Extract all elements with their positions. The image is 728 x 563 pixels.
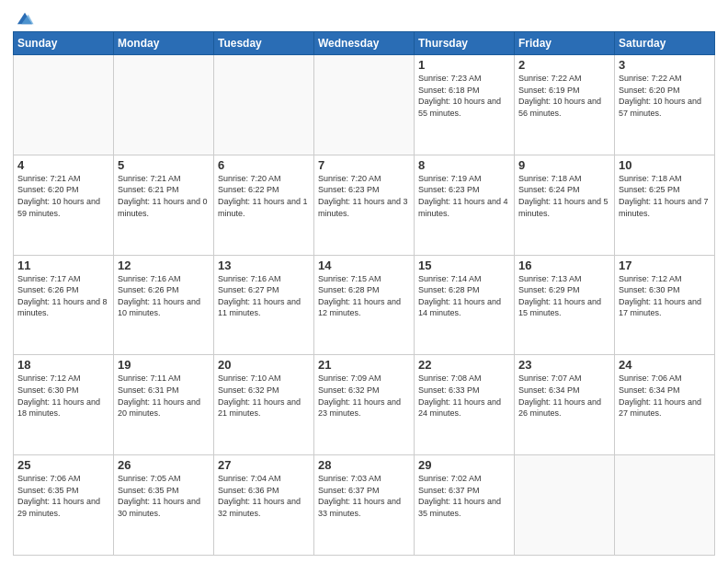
- day-info: Sunrise: 7:22 AM Sunset: 6:20 PM Dayligh…: [619, 73, 711, 119]
- day-info: Sunrise: 7:18 AM Sunset: 6:24 PM Dayligh…: [518, 173, 610, 219]
- day-info: Sunrise: 7:21 AM Sunset: 6:20 PM Dayligh…: [17, 173, 109, 219]
- calendar-cell: 25Sunrise: 7:06 AM Sunset: 6:35 PM Dayli…: [14, 455, 114, 556]
- calendar-dow-sunday: Sunday: [14, 32, 114, 55]
- calendar-cell: 20Sunrise: 7:10 AM Sunset: 6:32 PM Dayli…: [214, 355, 314, 455]
- calendar-dow-thursday: Thursday: [415, 32, 515, 55]
- calendar-cell: 1Sunrise: 7:23 AM Sunset: 6:18 PM Daylig…: [415, 55, 515, 155]
- calendar-cell: 7Sunrise: 7:20 AM Sunset: 6:23 PM Daylig…: [314, 155, 415, 255]
- calendar-cell: 12Sunrise: 7:16 AM Sunset: 6:26 PM Dayli…: [114, 255, 214, 355]
- calendar-week-2: 11Sunrise: 7:17 AM Sunset: 6:26 PM Dayli…: [14, 255, 715, 355]
- day-number: 22: [418, 358, 510, 372]
- day-info: Sunrise: 7:03 AM Sunset: 6:37 PM Dayligh…: [318, 473, 410, 519]
- calendar-cell: 26Sunrise: 7:05 AM Sunset: 6:35 PM Dayli…: [114, 455, 214, 556]
- day-number: 19: [118, 358, 210, 372]
- calendar-cell: [515, 455, 615, 556]
- day-info: Sunrise: 7:05 AM Sunset: 6:35 PM Dayligh…: [118, 473, 210, 519]
- day-number: 25: [17, 458, 109, 472]
- day-number: 26: [118, 458, 210, 472]
- calendar-cell: 2Sunrise: 7:22 AM Sunset: 6:19 PM Daylig…: [515, 55, 615, 155]
- day-number: 23: [518, 358, 610, 372]
- calendar-cell: 8Sunrise: 7:19 AM Sunset: 6:23 PM Daylig…: [415, 155, 515, 255]
- calendar-cell: 19Sunrise: 7:11 AM Sunset: 6:31 PM Dayli…: [114, 355, 214, 455]
- day-number: 5: [118, 158, 210, 172]
- day-info: Sunrise: 7:08 AM Sunset: 6:33 PM Dayligh…: [418, 373, 510, 419]
- calendar-week-4: 25Sunrise: 7:06 AM Sunset: 6:35 PM Dayli…: [14, 455, 715, 556]
- calendar-cell: 5Sunrise: 7:21 AM Sunset: 6:21 PM Daylig…: [114, 155, 214, 255]
- calendar-cell: 13Sunrise: 7:16 AM Sunset: 6:27 PM Dayli…: [214, 255, 314, 355]
- day-info: Sunrise: 7:04 AM Sunset: 6:36 PM Dayligh…: [218, 473, 310, 519]
- day-number: 27: [218, 458, 310, 472]
- day-number: 8: [418, 158, 510, 172]
- calendar-cell: [114, 55, 214, 155]
- page-header: [13, 9, 715, 26]
- calendar-cell: [314, 55, 415, 155]
- day-number: 12: [118, 259, 210, 272]
- calendar-dow-monday: Monday: [114, 32, 214, 55]
- day-info: Sunrise: 7:16 AM Sunset: 6:26 PM Dayligh…: [118, 273, 210, 319]
- day-info: Sunrise: 7:13 AM Sunset: 6:29 PM Dayligh…: [518, 273, 610, 319]
- day-info: Sunrise: 7:20 AM Sunset: 6:23 PM Dayligh…: [318, 173, 410, 219]
- day-info: Sunrise: 7:16 AM Sunset: 6:27 PM Dayligh…: [218, 273, 310, 319]
- day-number: 13: [218, 259, 310, 272]
- day-number: 14: [318, 259, 410, 272]
- calendar-dow-wednesday: Wednesday: [314, 32, 415, 55]
- calendar-cell: 24Sunrise: 7:06 AM Sunset: 6:34 PM Dayli…: [615, 355, 715, 455]
- day-info: Sunrise: 7:22 AM Sunset: 6:19 PM Dayligh…: [518, 73, 610, 119]
- calendar-cell: 3Sunrise: 7:22 AM Sunset: 6:20 PM Daylig…: [615, 55, 715, 155]
- day-info: Sunrise: 7:02 AM Sunset: 6:37 PM Dayligh…: [418, 473, 510, 519]
- calendar-cell: 15Sunrise: 7:14 AM Sunset: 6:28 PM Dayli…: [415, 255, 515, 355]
- calendar-cell: 21Sunrise: 7:09 AM Sunset: 6:32 PM Dayli…: [314, 355, 415, 455]
- calendar-cell: 14Sunrise: 7:15 AM Sunset: 6:28 PM Dayli…: [314, 255, 415, 355]
- calendar-cell: 28Sunrise: 7:03 AM Sunset: 6:37 PM Dayli…: [314, 455, 415, 556]
- day-number: 3: [619, 58, 711, 72]
- day-number: 1: [418, 58, 510, 72]
- day-info: Sunrise: 7:19 AM Sunset: 6:23 PM Dayligh…: [418, 173, 510, 219]
- logo-icon: [15, 9, 35, 29]
- day-info: Sunrise: 7:23 AM Sunset: 6:18 PM Dayligh…: [418, 73, 510, 119]
- calendar-cell: 29Sunrise: 7:02 AM Sunset: 6:37 PM Dayli…: [415, 455, 515, 556]
- calendar-cell: 17Sunrise: 7:12 AM Sunset: 6:30 PM Dayli…: [615, 255, 715, 355]
- calendar-dow-saturday: Saturday: [615, 32, 715, 55]
- calendar-cell: [214, 55, 314, 155]
- day-info: Sunrise: 7:20 AM Sunset: 6:22 PM Dayligh…: [218, 173, 310, 219]
- day-number: 28: [318, 458, 410, 472]
- day-number: 9: [518, 158, 610, 172]
- day-info: Sunrise: 7:06 AM Sunset: 6:34 PM Dayligh…: [619, 373, 711, 419]
- day-number: 16: [518, 259, 610, 272]
- day-info: Sunrise: 7:06 AM Sunset: 6:35 PM Dayligh…: [17, 473, 109, 519]
- day-number: 10: [619, 158, 711, 172]
- calendar-cell: [14, 55, 114, 155]
- day-number: 29: [418, 458, 510, 472]
- calendar-cell: 18Sunrise: 7:12 AM Sunset: 6:30 PM Dayli…: [14, 355, 114, 455]
- calendar-week-3: 18Sunrise: 7:12 AM Sunset: 6:30 PM Dayli…: [14, 355, 715, 455]
- calendar-header-row: SundayMondayTuesdayWednesdayThursdayFrid…: [14, 32, 715, 55]
- day-number: 6: [218, 158, 310, 172]
- calendar-cell: [615, 455, 715, 556]
- day-info: Sunrise: 7:17 AM Sunset: 6:26 PM Dayligh…: [17, 273, 109, 319]
- calendar-cell: 10Sunrise: 7:18 AM Sunset: 6:25 PM Dayli…: [615, 155, 715, 255]
- day-info: Sunrise: 7:10 AM Sunset: 6:32 PM Dayligh…: [218, 373, 310, 419]
- calendar-cell: 22Sunrise: 7:08 AM Sunset: 6:33 PM Dayli…: [415, 355, 515, 455]
- day-info: Sunrise: 7:12 AM Sunset: 6:30 PM Dayligh…: [17, 373, 109, 419]
- day-number: 11: [17, 259, 109, 272]
- calendar-cell: 23Sunrise: 7:07 AM Sunset: 6:34 PM Dayli…: [515, 355, 615, 455]
- day-info: Sunrise: 7:14 AM Sunset: 6:28 PM Dayligh…: [418, 273, 510, 319]
- day-number: 21: [318, 358, 410, 372]
- calendar-cell: 6Sunrise: 7:20 AM Sunset: 6:22 PM Daylig…: [214, 155, 314, 255]
- day-info: Sunrise: 7:07 AM Sunset: 6:34 PM Dayligh…: [518, 373, 610, 419]
- calendar-dow-friday: Friday: [515, 32, 615, 55]
- day-number: 15: [418, 259, 510, 272]
- calendar-cell: 4Sunrise: 7:21 AM Sunset: 6:20 PM Daylig…: [14, 155, 114, 255]
- day-number: 17: [619, 259, 711, 272]
- day-number: 24: [619, 358, 711, 372]
- day-info: Sunrise: 7:18 AM Sunset: 6:25 PM Dayligh…: [619, 173, 711, 219]
- day-info: Sunrise: 7:11 AM Sunset: 6:31 PM Dayligh…: [118, 373, 210, 419]
- day-info: Sunrise: 7:15 AM Sunset: 6:28 PM Dayligh…: [318, 273, 410, 319]
- calendar-cell: 16Sunrise: 7:13 AM Sunset: 6:29 PM Dayli…: [515, 255, 615, 355]
- day-number: 4: [17, 158, 109, 172]
- calendar-cell: 27Sunrise: 7:04 AM Sunset: 6:36 PM Dayli…: [214, 455, 314, 556]
- calendar-cell: 9Sunrise: 7:18 AM Sunset: 6:24 PM Daylig…: [515, 155, 615, 255]
- day-number: 20: [218, 358, 310, 372]
- day-number: 7: [318, 158, 410, 172]
- calendar-dow-tuesday: Tuesday: [214, 32, 314, 55]
